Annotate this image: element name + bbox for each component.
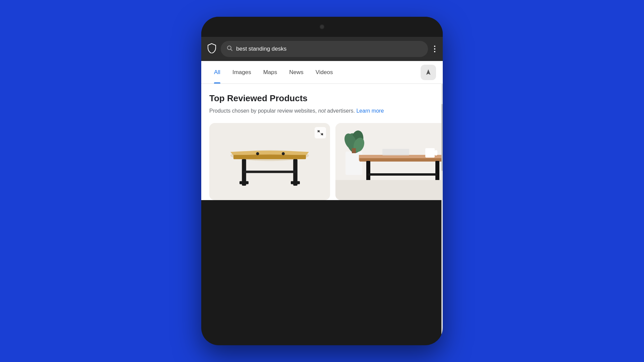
section-title: Top Reviewed Products	[209, 93, 435, 104]
tab-all[interactable]: All	[208, 61, 226, 83]
svg-rect-32	[368, 173, 437, 176]
desk-illustration-1	[223, 131, 317, 192]
main-content-area: Top Reviewed Products Products chosen by…	[201, 84, 443, 345]
browser-content: All Images Maps News Videos	[201, 61, 443, 345]
more-dot-2	[434, 48, 435, 50]
more-menu-button[interactable]	[433, 43, 437, 55]
svg-rect-27	[382, 149, 409, 156]
svg-rect-24	[360, 158, 443, 162]
svg-rect-9	[291, 181, 300, 184]
learn-more-link[interactable]: Learn more	[356, 108, 384, 114]
product-card-2[interactable]	[335, 123, 443, 200]
search-icon	[227, 45, 233, 53]
floor	[335, 180, 443, 200]
scrollbar-thumb	[441, 104, 443, 171]
product-card-1[interactable]	[209, 123, 330, 200]
svg-rect-10	[243, 171, 296, 173]
scrollbar[interactable]	[441, 84, 443, 345]
location-icon	[425, 69, 432, 76]
browser-bar: best standing desks	[201, 37, 443, 61]
subtitle-em: not	[318, 108, 326, 114]
svg-rect-7	[239, 181, 249, 184]
subtitle-text-2: advertisers.	[326, 108, 355, 114]
svg-point-12	[282, 152, 285, 155]
tab-images[interactable]: Images	[226, 61, 257, 83]
phone-frame: best standing desks All Images Maps	[201, 17, 443, 345]
content-section: Top Reviewed Products Products chosen by…	[201, 84, 443, 200]
svg-rect-5	[233, 155, 306, 159]
tab-news[interactable]: News	[283, 61, 310, 83]
phone-wrapper: best standing desks All Images Maps	[201, 17, 443, 345]
tab-maps[interactable]: Maps	[257, 61, 283, 83]
product-card-1-image	[209, 123, 330, 200]
svg-rect-25	[425, 148, 435, 158]
product-card-2-image	[335, 123, 443, 200]
expand-icon-1[interactable]	[315, 127, 326, 138]
search-tabs: All Images Maps News Videos	[201, 61, 443, 84]
section-subtitle: Products chosen by popular review websit…	[209, 107, 435, 115]
phone-top-bar	[201, 17, 443, 37]
search-query-text: best standing desks	[236, 46, 286, 52]
expand-arrows-icon	[317, 130, 323, 136]
svg-rect-26	[435, 150, 437, 156]
svg-point-11	[256, 152, 259, 155]
more-dot-1	[434, 46, 435, 47]
more-dot-3	[434, 51, 435, 52]
shield-icon	[207, 43, 216, 55]
svg-rect-21	[352, 148, 356, 153]
svg-line-1	[231, 49, 232, 51]
tab-videos[interactable]: Videos	[310, 61, 339, 83]
location-button[interactable]	[421, 65, 436, 80]
subtitle-text-1: Products chosen by popular review websit…	[209, 108, 318, 114]
front-camera	[320, 24, 324, 29]
product-cards-row	[209, 123, 435, 200]
search-bar[interactable]: best standing desks	[221, 41, 428, 57]
